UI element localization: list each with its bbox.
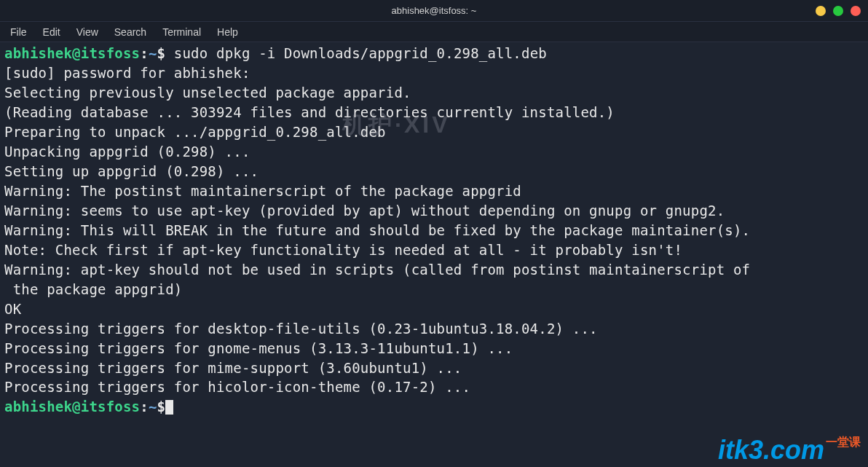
brand-domain: itk3.com <box>718 435 824 465</box>
command-text: sudo dpkg -i Downloads/appgrid_0.298_all… <box>165 45 547 61</box>
prompt-path: ~ <box>149 45 157 61</box>
output-line: Processing triggers for gnome-menus (3.1… <box>4 339 864 358</box>
output-line: Processing triggers for desktop-file-uti… <box>4 319 864 339</box>
output-line: Selecting previously unselected package … <box>4 83 864 103</box>
prompt-user-host: abhishek@itsfoss <box>4 399 140 415</box>
window-controls <box>816 6 861 16</box>
brand-tagline: 一堂课 <box>826 436 861 448</box>
output-line: the package appgrid) <box>4 280 864 299</box>
prompt-colon: : <box>140 45 149 61</box>
output-line: OK <box>4 299 864 319</box>
window-title: abhishek@itsfoss: ~ <box>392 5 477 16</box>
minimize-button[interactable] <box>816 6 826 16</box>
menu-help[interactable]: Help <box>217 26 238 38</box>
output-line: Processing triggers for mime-support (3.… <box>4 358 864 378</box>
menu-edit[interactable]: Edit <box>43 26 60 38</box>
output-line: Unpacking appgrid (0.298) ... <box>4 142 864 162</box>
output-line: [sudo] password for abhishek: <box>4 63 864 83</box>
close-button[interactable] <box>851 6 861 16</box>
cursor-icon <box>165 400 173 415</box>
output-line: Warning: seems to use apt-key (provided … <box>4 201 864 221</box>
menu-search[interactable]: Search <box>114 26 146 38</box>
output-line: Warning: This will BREAK in the future a… <box>4 221 864 240</box>
output-line: Processing triggers for hicolor-icon-the… <box>4 377 864 397</box>
output-line: Warning: The postinst maintainerscript o… <box>4 181 864 201</box>
prompt-dollar: $ <box>157 45 166 61</box>
prompt-colon: : <box>140 399 149 415</box>
menu-terminal[interactable]: Terminal <box>162 26 201 38</box>
output-line: Note: Check first if apt-key functionali… <box>4 240 864 260</box>
titlebar: abhishek@itsfoss: ~ <box>0 0 868 22</box>
output-line: Setting up appgrid (0.298) ... <box>4 162 864 181</box>
menubar: File Edit View Search Terminal Help <box>0 22 868 42</box>
output-line: (Reading database ... 303924 files and d… <box>4 103 864 122</box>
output-line: Warning: apt-key should not be used in s… <box>4 260 864 280</box>
prompt-line-1: abhishek@itsfoss:~$ sudo dpkg -i Downloa… <box>4 44 864 63</box>
prompt-line-2: abhishek@itsfoss:~$ <box>4 397 864 417</box>
output-line: Preparing to unpack .../appgrid_0.298_al… <box>4 122 864 142</box>
menu-view[interactable]: View <box>76 26 98 38</box>
prompt-user-host: abhishek@itsfoss <box>4 45 140 61</box>
menu-file[interactable]: File <box>10 26 27 38</box>
terminal-body[interactable]: abhishek@itsfoss:~$ sudo dpkg -i Downloa… <box>0 42 868 418</box>
maximize-button[interactable] <box>833 6 843 16</box>
prompt-dollar: $ <box>157 399 166 415</box>
prompt-path: ~ <box>149 399 157 415</box>
brand-watermark: itk3.com一堂课 <box>718 435 861 466</box>
